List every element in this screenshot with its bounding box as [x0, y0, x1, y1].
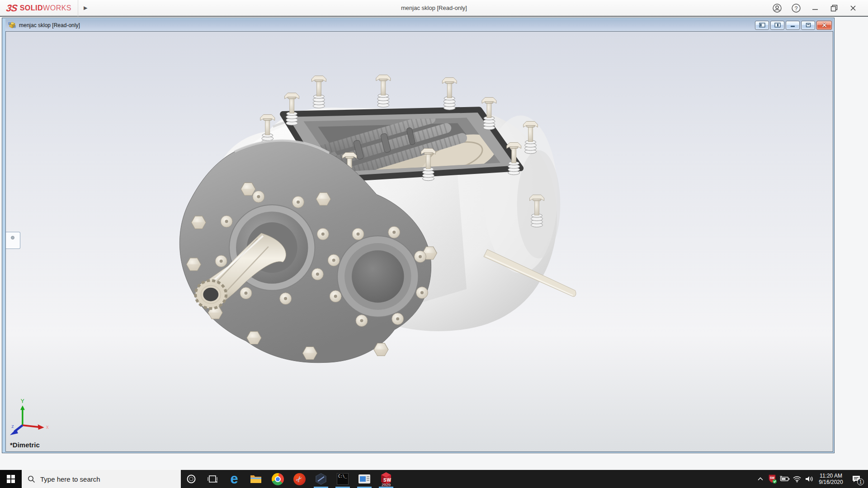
taskbar-app-chrome[interactable]: [267, 470, 288, 488]
svg-text:z: z: [11, 423, 14, 429]
brand-divider: [78, 0, 78, 16]
svg-text:x: x: [46, 424, 49, 430]
task-view-button[interactable]: [202, 470, 223, 488]
help-icon[interactable]: ?: [788, 1, 804, 15]
search-icon: [28, 475, 35, 483]
command-prompt-icon: C:\_: [337, 473, 349, 485]
app-window-title: menjac sklop [Read-only]: [401, 5, 467, 11]
chrome-icon: [272, 473, 284, 485]
taskbar-app-solidworks[interactable]: S W 2020: [375, 470, 397, 488]
taskbar-app-capture-tool[interactable]: ✂: [288, 470, 310, 488]
solidworks-3s-mark-icon: 3S: [5, 3, 18, 14]
tray-volume-icon[interactable]: [803, 470, 815, 488]
action-center-button[interactable]: 1: [847, 470, 866, 488]
tray-battery-icon[interactable]: [778, 470, 791, 488]
doc-minimize-button[interactable]: [786, 21, 800, 30]
document-window: menjac sklop [Read-only]: [2, 18, 835, 453]
expand-pane-handle-icon[interactable]: [11, 236, 14, 239]
document-window-controls: [755, 21, 832, 30]
assembly-document-icon: [8, 21, 16, 29]
doc-close-button[interactable]: [816, 21, 832, 30]
minimize-button[interactable]: [807, 1, 823, 15]
feature-manager-collapsed-tab[interactable]: [5, 232, 20, 249]
edge-icon: e: [230, 473, 238, 485]
close-button[interactable]: [845, 1, 861, 15]
menu-expand-arrow-icon[interactable]: ▶: [84, 5, 87, 11]
clock-time: 11:20 AM: [816, 473, 845, 479]
file-explorer-icon: [250, 474, 262, 484]
app-window-controls: ?: [769, 1, 868, 15]
restore-button[interactable]: [826, 1, 842, 15]
taskbar-app-file-explorer[interactable]: [245, 470, 267, 488]
notification-badge: 1: [857, 479, 864, 485]
app-title-bar: 3S SOLIDWORKS ▶ menjac sklop [Read-only]…: [0, 0, 868, 17]
taskbar-app-hexagon[interactable]: [310, 470, 332, 488]
system-tray: SW: [754, 470, 868, 488]
svg-text:SW: SW: [769, 476, 774, 479]
desktop-screen: 3S SOLIDWORKS ▶ menjac sklop [Read-only]…: [0, 0, 868, 488]
account-icon[interactable]: [769, 1, 785, 15]
start-button[interactable]: [0, 470, 22, 488]
scissors-app-icon: ✂: [293, 473, 306, 485]
taskbar-app-command-prompt[interactable]: C:\_: [332, 470, 354, 488]
orientation-triad: Y x z: [10, 398, 49, 435]
svg-text:S: S: [383, 478, 387, 483]
clock-date: 9/16/2020: [816, 479, 845, 485]
graphics-viewport[interactable]: Y x z *Dimetric: [5, 31, 833, 452]
brand-works-text: WORKS: [43, 4, 71, 12]
document-title: menjac sklop [Read-only]: [19, 22, 80, 28]
windows-logo-icon: [7, 475, 15, 483]
svg-text:Y: Y: [21, 398, 24, 404]
cortana-button[interactable]: [181, 470, 202, 488]
viewer-app-icon: [358, 474, 371, 484]
solidworks-logo: 3S SOLIDWORKS ▶: [0, 0, 92, 16]
solidworks-2020-icon: S W 2020: [379, 471, 393, 487]
search-input[interactable]: [40, 475, 167, 483]
pane-left-button[interactable]: [755, 21, 769, 30]
taskbar-app-viewer[interactable]: [354, 470, 375, 488]
svg-text:2020: 2020: [382, 483, 391, 487]
tray-solidworks-monitor-icon[interactable]: SW: [766, 470, 778, 488]
svg-text:?: ?: [795, 5, 798, 11]
taskbar-search[interactable]: [22, 470, 181, 488]
doc-restore-button[interactable]: [801, 21, 815, 30]
taskbar-app-edge[interactable]: e: [223, 470, 245, 488]
tray-clock[interactable]: 11:20 AM 9/16/2020: [815, 473, 847, 485]
view-orientation-label: *Dimetric: [10, 441, 40, 449]
gearbox-3d-model[interactable]: Y x z: [6, 32, 833, 451]
windows-taskbar: e ✂ C:\_: [0, 470, 868, 488]
svg-text:W: W: [387, 478, 392, 483]
tray-chevron-up-icon[interactable]: [754, 470, 766, 488]
brand-solid-text: SOLID: [20, 4, 43, 12]
cortana-icon: [186, 474, 197, 484]
hexagon-app-icon: [315, 473, 327, 485]
document-title-bar[interactable]: menjac sklop [Read-only]: [5, 19, 833, 31]
pane-right-button[interactable]: [770, 21, 784, 30]
task-view-icon: [207, 474, 218, 484]
tray-wifi-icon[interactable]: [791, 470, 803, 488]
